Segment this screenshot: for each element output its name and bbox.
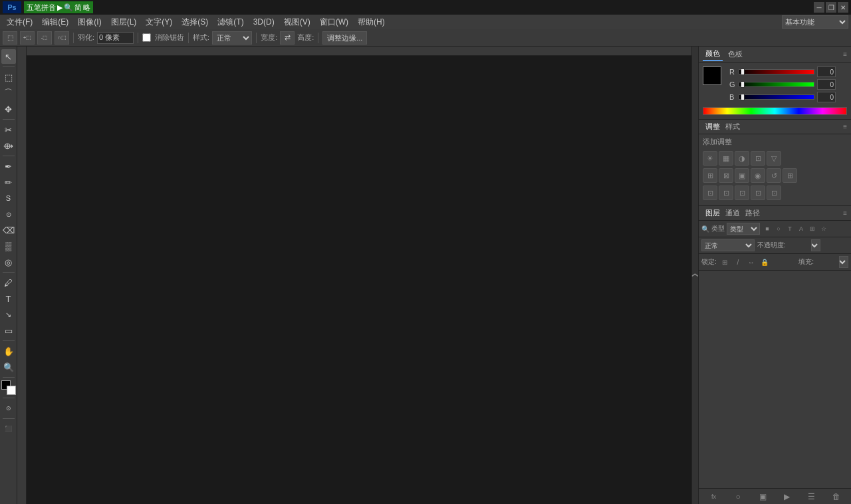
blend-mode-select[interactable]: 正常 bbox=[701, 239, 755, 251]
adj-bw[interactable]: ▣ bbox=[735, 168, 749, 183]
adj-gradient-map[interactable]: ⊡ bbox=[751, 186, 765, 200]
eyedropper-tool[interactable]: ⟴ bbox=[1, 138, 16, 153]
delete-layer-button[interactable]: 🗑 bbox=[830, 491, 843, 503]
antialiasing-check[interactable] bbox=[142, 33, 151, 42]
menu-view[interactable]: 视图(V) bbox=[280, 15, 314, 29]
canvas-area[interactable] bbox=[17, 47, 691, 504]
layers-panel-menu[interactable]: ≡ bbox=[843, 209, 847, 217]
zoom-tool[interactable]: 🔍 bbox=[1, 360, 16, 374]
color-spectrum[interactable] bbox=[703, 107, 847, 115]
new-fill-layer-button[interactable]: ▣ bbox=[756, 491, 769, 503]
pen-tool[interactable]: 🖊 bbox=[1, 275, 16, 290]
tab-swatches[interactable]: 色板 bbox=[725, 48, 745, 61]
menu-3d[interactable]: 3D(D) bbox=[249, 16, 279, 28]
quick-mask-tool[interactable]: ⊙ bbox=[1, 401, 16, 416]
red-thumb[interactable] bbox=[741, 68, 745, 75]
adj-color-lookup[interactable]: ⊞ bbox=[783, 168, 797, 183]
tab-adjustments[interactable]: 调整 bbox=[703, 120, 723, 133]
adj-threshold[interactable]: ⊡ bbox=[735, 186, 749, 200]
adj-channel-mixer[interactable]: ↺ bbox=[767, 168, 781, 183]
filter-shape[interactable]: A bbox=[796, 223, 806, 234]
filter-adjustment[interactable]: ○ bbox=[773, 223, 784, 234]
adj-brightness[interactable]: ☀ bbox=[703, 151, 717, 166]
tab-channels[interactable]: 通道 bbox=[723, 207, 743, 219]
adj-exposure[interactable]: ⊡ bbox=[751, 151, 765, 166]
close-button[interactable]: ✕ bbox=[838, 2, 848, 13]
tab-paths[interactable]: 路径 bbox=[743, 207, 763, 219]
add-fx-button[interactable]: fx bbox=[707, 491, 720, 503]
gradient-tool[interactable]: ▒ bbox=[1, 239, 16, 253]
minimize-button[interactable]: ─ bbox=[814, 2, 824, 13]
menu-edit[interactable]: 编辑(E) bbox=[38, 15, 72, 29]
restore-button[interactable]: ❐ bbox=[826, 2, 836, 13]
adj-hue[interactable]: ⊞ bbox=[703, 168, 717, 183]
selection-mode-sub[interactable]: -⬚ bbox=[37, 31, 52, 45]
green-slider[interactable] bbox=[739, 82, 814, 87]
marquee-tool[interactable]: ⬚ bbox=[1, 70, 16, 84]
history-brush-tool[interactable]: ⊙ bbox=[1, 207, 16, 221]
adj-invert[interactable]: ⊡ bbox=[703, 186, 717, 200]
adj-curves[interactable]: ◑ bbox=[735, 151, 749, 166]
opacity-dropdown[interactable]: ▼ bbox=[811, 239, 820, 251]
tab-layers[interactable]: 图层 bbox=[703, 207, 723, 219]
shape-tool[interactable]: ▭ bbox=[1, 323, 16, 338]
lock-all[interactable]: 🔒 bbox=[759, 257, 770, 267]
red-value[interactable] bbox=[817, 66, 836, 77]
filter-pixel[interactable]: ■ bbox=[762, 223, 773, 234]
blue-thumb[interactable] bbox=[741, 94, 745, 100]
ime-search[interactable]: 🔍 bbox=[64, 3, 73, 12]
brush-tool[interactable]: ✏ bbox=[1, 175, 16, 189]
style-select[interactable]: 正常 bbox=[212, 31, 252, 45]
spot-healing-tool[interactable]: ✒ bbox=[1, 159, 16, 174]
selection-mode-rect[interactable]: ⬚ bbox=[3, 31, 17, 45]
ime-bar[interactable]: 五笔拼音 ▶ 🔍 简 略 bbox=[24, 1, 93, 13]
lock-artboard[interactable]: ↔ bbox=[746, 257, 757, 267]
hand-tool[interactable]: ✋ bbox=[1, 344, 16, 358]
color-panel-menu[interactable]: ≡ bbox=[843, 51, 847, 58]
tab-color[interactable]: 颜色 bbox=[703, 47, 723, 61]
menu-file[interactable]: 文件(F) bbox=[3, 15, 37, 29]
filter-smart[interactable]: ⊞ bbox=[807, 223, 818, 234]
filter-type[interactable]: T bbox=[785, 223, 795, 234]
new-group-button[interactable]: ▶ bbox=[781, 491, 794, 503]
menu-help[interactable]: 帮助(H) bbox=[354, 15, 389, 29]
dodge-tool[interactable]: ◎ bbox=[1, 255, 16, 269]
fg-bg-colors[interactable] bbox=[1, 380, 16, 395]
green-value[interactable] bbox=[817, 79, 836, 90]
selection-mode-inter[interactable]: ∩⬚ bbox=[55, 31, 69, 45]
path-selection-tool[interactable]: ↘ bbox=[1, 307, 16, 322]
adj-posterize[interactable]: ⊡ bbox=[719, 186, 733, 200]
adj-vibrance[interactable]: ▽ bbox=[767, 151, 781, 166]
filter-star[interactable]: ☆ bbox=[818, 223, 829, 234]
crop-tool[interactable]: ✂ bbox=[1, 122, 16, 137]
lock-position[interactable]: / bbox=[733, 257, 743, 267]
swap-icon[interactable]: ⇄ bbox=[280, 31, 295, 45]
fill-dropdown[interactable]: ▼ bbox=[839, 256, 848, 268]
red-slider[interactable] bbox=[739, 69, 814, 74]
tab-styles[interactable]: 样式 bbox=[723, 120, 743, 133]
menu-layer[interactable]: 图层(L) bbox=[107, 15, 141, 29]
eraser-tool[interactable]: ⌫ bbox=[1, 223, 16, 237]
adj-levels[interactable]: ▦ bbox=[719, 151, 733, 166]
clone-stamp-tool[interactable]: S bbox=[1, 191, 16, 205]
type-tool[interactable]: T bbox=[1, 291, 16, 306]
adj-selective-color[interactable]: ⊡ bbox=[767, 186, 781, 200]
feather-input[interactable] bbox=[97, 32, 134, 44]
move-tool[interactable]: ↖ bbox=[1, 49, 16, 64]
layer-type-select[interactable]: 类型 bbox=[727, 223, 760, 235]
background-color[interactable] bbox=[7, 386, 16, 395]
add-mask-button[interactable]: ○ bbox=[731, 491, 745, 503]
adjust-edge-button[interactable]: 调整边缘... bbox=[322, 31, 367, 45]
ime-simple[interactable]: 简 bbox=[74, 3, 82, 13]
blue-value[interactable] bbox=[817, 92, 836, 102]
screen-mode-btn[interactable]: ⬛ bbox=[1, 422, 16, 436]
menu-image[interactable]: 图像(I) bbox=[74, 15, 105, 29]
lasso-tool[interactable]: ⌒ bbox=[1, 86, 16, 100]
new-layer-button[interactable]: ☰ bbox=[805, 491, 818, 503]
menu-text[interactable]: 文字(Y) bbox=[142, 15, 176, 29]
selection-mode-add[interactable]: +⬚ bbox=[20, 31, 35, 45]
ime-arrow[interactable]: ▶ bbox=[57, 3, 62, 12]
green-thumb[interactable] bbox=[741, 81, 745, 88]
foreground-color-swatch[interactable] bbox=[703, 66, 721, 85]
lock-pixels[interactable]: ⊞ bbox=[719, 257, 730, 267]
